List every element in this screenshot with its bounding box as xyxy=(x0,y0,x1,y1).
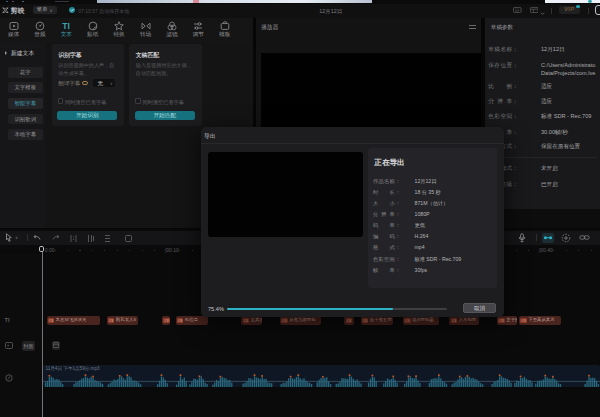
svg-text:TI: TI xyxy=(62,21,70,31)
